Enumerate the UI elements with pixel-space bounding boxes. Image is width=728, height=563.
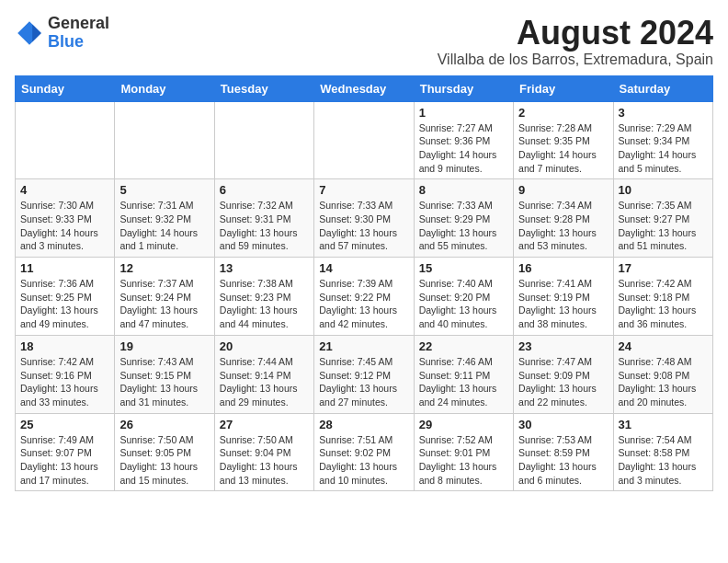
- calendar-cell: 23Sunrise: 7:47 AM Sunset: 9:09 PM Dayli…: [514, 335, 613, 413]
- day-number: 14: [319, 261, 408, 275]
- calendar-cell: 2Sunrise: 7:28 AM Sunset: 9:35 PM Daylig…: [514, 101, 613, 179]
- day-info: Sunrise: 7:39 AM Sunset: 9:22 PM Dayligh…: [319, 277, 408, 331]
- calendar-cell: 5Sunrise: 7:31 AM Sunset: 9:32 PM Daylig…: [115, 179, 214, 258]
- calendar-cell: 3Sunrise: 7:29 AM Sunset: 9:34 PM Daylig…: [613, 101, 712, 179]
- day-info: Sunrise: 7:36 AM Sunset: 9:25 PM Dayligh…: [20, 277, 109, 331]
- col-header-thursday: Thursday: [414, 75, 513, 101]
- day-info: Sunrise: 7:40 AM Sunset: 9:20 PM Dayligh…: [419, 277, 508, 331]
- day-info: Sunrise: 7:47 AM Sunset: 9:09 PM Dayligh…: [518, 355, 608, 409]
- day-number: 1: [419, 106, 508, 120]
- day-number: 27: [220, 418, 309, 431]
- day-number: 4: [20, 183, 109, 197]
- day-number: 15: [419, 261, 508, 275]
- day-number: 3: [619, 106, 708, 120]
- day-number: 29: [419, 418, 508, 431]
- day-info: Sunrise: 7:41 AM Sunset: 9:19 PM Dayligh…: [518, 277, 608, 331]
- day-number: 30: [518, 418, 608, 431]
- day-number: 5: [119, 183, 209, 197]
- day-number: 17: [619, 261, 708, 275]
- day-number: 25: [20, 418, 109, 431]
- day-number: 7: [319, 183, 408, 197]
- logo-text: General Blue: [48, 15, 109, 52]
- page-header: General Blue August 2024 Villalba de los…: [15, 15, 713, 68]
- day-number: 26: [119, 418, 209, 431]
- title-block: August 2024 Villalba de los Barros, Extr…: [438, 15, 713, 68]
- day-number: 13: [220, 261, 309, 275]
- day-number: 20: [220, 339, 309, 353]
- calendar-cell: 31Sunrise: 7:54 AM Sunset: 8:58 PM Dayli…: [613, 413, 712, 491]
- day-info: Sunrise: 7:32 AM Sunset: 9:31 PM Dayligh…: [220, 199, 309, 253]
- day-info: Sunrise: 7:31 AM Sunset: 9:32 PM Dayligh…: [119, 199, 209, 253]
- calendar-cell: [115, 101, 214, 179]
- calendar-cell: 11Sunrise: 7:36 AM Sunset: 9:25 PM Dayli…: [16, 258, 115, 336]
- calendar-week-row: 11Sunrise: 7:36 AM Sunset: 9:25 PM Dayli…: [16, 258, 713, 336]
- svg-marker-1: [32, 24, 41, 41]
- day-info: Sunrise: 7:50 AM Sunset: 9:04 PM Dayligh…: [220, 433, 309, 488]
- month-title: August 2024: [438, 15, 713, 52]
- calendar-header-row: SundayMondayTuesdayWednesdayThursdayFrid…: [16, 75, 713, 101]
- day-info: Sunrise: 7:46 AM Sunset: 9:11 PM Dayligh…: [419, 355, 508, 409]
- day-number: 6: [220, 183, 309, 197]
- calendar-cell: [314, 101, 414, 179]
- calendar-cell: 15Sunrise: 7:40 AM Sunset: 9:20 PM Dayli…: [414, 258, 513, 336]
- day-number: 18: [20, 339, 109, 353]
- day-number: 28: [319, 418, 408, 431]
- col-header-wednesday: Wednesday: [314, 75, 414, 101]
- day-info: Sunrise: 7:51 AM Sunset: 9:02 PM Dayligh…: [319, 433, 408, 488]
- calendar-cell: 8Sunrise: 7:33 AM Sunset: 9:29 PM Daylig…: [414, 179, 513, 258]
- calendar-cell: 30Sunrise: 7:53 AM Sunset: 8:59 PM Dayli…: [514, 413, 613, 491]
- logo: General Blue: [15, 15, 109, 52]
- day-info: Sunrise: 7:37 AM Sunset: 9:24 PM Dayligh…: [119, 277, 209, 331]
- day-number: 19: [119, 339, 209, 353]
- day-info: Sunrise: 7:50 AM Sunset: 9:05 PM Dayligh…: [119, 433, 209, 488]
- calendar-cell: 12Sunrise: 7:37 AM Sunset: 9:24 PM Dayli…: [115, 258, 214, 336]
- day-info: Sunrise: 7:29 AM Sunset: 9:34 PM Dayligh…: [619, 121, 708, 176]
- calendar-cell: 7Sunrise: 7:33 AM Sunset: 9:30 PM Daylig…: [314, 179, 414, 258]
- col-header-friday: Friday: [514, 75, 613, 101]
- day-info: Sunrise: 7:48 AM Sunset: 9:08 PM Dayligh…: [619, 355, 708, 409]
- day-number: 24: [619, 339, 708, 353]
- day-info: Sunrise: 7:44 AM Sunset: 9:14 PM Dayligh…: [220, 355, 309, 409]
- day-number: 23: [518, 339, 608, 353]
- location-title: Villalba de los Barros, Extremadura, Spa…: [438, 52, 713, 68]
- col-header-monday: Monday: [115, 75, 214, 101]
- day-info: Sunrise: 7:33 AM Sunset: 9:30 PM Dayligh…: [319, 199, 408, 253]
- logo-blue: Blue: [48, 32, 84, 51]
- calendar-cell: 4Sunrise: 7:30 AM Sunset: 9:33 PM Daylig…: [16, 179, 115, 258]
- calendar-cell: 28Sunrise: 7:51 AM Sunset: 9:02 PM Dayli…: [314, 413, 414, 491]
- calendar-cell: 21Sunrise: 7:45 AM Sunset: 9:12 PM Dayli…: [314, 335, 414, 413]
- day-number: 11: [20, 261, 109, 275]
- logo-general: General: [48, 14, 109, 32]
- calendar-cell: 25Sunrise: 7:49 AM Sunset: 9:07 PM Dayli…: [16, 413, 115, 491]
- calendar-table: SundayMondayTuesdayWednesdayThursdayFrid…: [15, 75, 713, 492]
- day-info: Sunrise: 7:33 AM Sunset: 9:29 PM Dayligh…: [419, 199, 508, 253]
- day-number: 10: [619, 183, 708, 197]
- calendar-cell: [214, 101, 313, 179]
- day-number: 22: [419, 339, 508, 353]
- logo-icon: [15, 18, 44, 48]
- calendar-cell: [16, 101, 115, 179]
- calendar-cell: 9Sunrise: 7:34 AM Sunset: 9:28 PM Daylig…: [514, 179, 613, 258]
- col-header-sunday: Sunday: [16, 75, 115, 101]
- day-number: 31: [619, 418, 708, 431]
- calendar-cell: 27Sunrise: 7:50 AM Sunset: 9:04 PM Dayli…: [214, 413, 313, 491]
- day-info: Sunrise: 7:43 AM Sunset: 9:15 PM Dayligh…: [119, 355, 209, 409]
- day-info: Sunrise: 7:52 AM Sunset: 9:01 PM Dayligh…: [419, 433, 508, 488]
- calendar-cell: 22Sunrise: 7:46 AM Sunset: 9:11 PM Dayli…: [414, 335, 513, 413]
- calendar-cell: 1Sunrise: 7:27 AM Sunset: 9:36 PM Daylig…: [414, 101, 513, 179]
- calendar-week-row: 4Sunrise: 7:30 AM Sunset: 9:33 PM Daylig…: [16, 179, 713, 258]
- day-info: Sunrise: 7:27 AM Sunset: 9:36 PM Dayligh…: [419, 121, 508, 176]
- day-number: 16: [518, 261, 608, 275]
- day-info: Sunrise: 7:42 AM Sunset: 9:16 PM Dayligh…: [20, 355, 109, 409]
- day-number: 9: [518, 183, 608, 197]
- calendar-cell: 24Sunrise: 7:48 AM Sunset: 9:08 PM Dayli…: [613, 335, 712, 413]
- calendar-cell: 16Sunrise: 7:41 AM Sunset: 9:19 PM Dayli…: [514, 258, 613, 336]
- calendar-cell: 19Sunrise: 7:43 AM Sunset: 9:15 PM Dayli…: [115, 335, 214, 413]
- day-number: 8: [419, 183, 508, 197]
- day-info: Sunrise: 7:42 AM Sunset: 9:18 PM Dayligh…: [619, 277, 708, 331]
- day-info: Sunrise: 7:38 AM Sunset: 9:23 PM Dayligh…: [220, 277, 309, 331]
- calendar-week-row: 25Sunrise: 7:49 AM Sunset: 9:07 PM Dayli…: [16, 413, 713, 491]
- calendar-cell: 6Sunrise: 7:32 AM Sunset: 9:31 PM Daylig…: [214, 179, 313, 258]
- day-info: Sunrise: 7:30 AM Sunset: 9:33 PM Dayligh…: [20, 199, 109, 253]
- calendar-cell: 14Sunrise: 7:39 AM Sunset: 9:22 PM Dayli…: [314, 258, 414, 336]
